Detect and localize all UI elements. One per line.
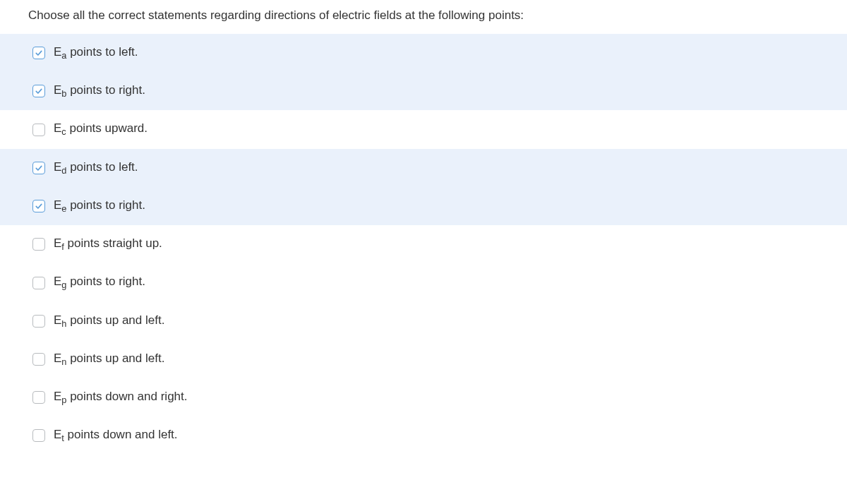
option-label: En points up and left. [54, 350, 164, 368]
option-rest: points down and right. [66, 390, 187, 403]
checkbox[interactable] [32, 162, 45, 174]
option-label: Eb points to right. [54, 82, 145, 100]
option-rest: points up and left. [66, 352, 164, 365]
option-row[interactable]: Ed points to left. [0, 149, 847, 187]
check-icon [35, 49, 43, 57]
option-row[interactable]: Ep points down and right. [0, 378, 847, 416]
option-rest: points to right. [66, 198, 145, 212]
checkbox[interactable] [32, 238, 45, 251]
option-row[interactable]: Et points down and left. [0, 416, 847, 455]
option-label: Eh points up and left. [54, 312, 164, 330]
checkbox[interactable] [32, 277, 45, 289]
option-rest: points down and left. [64, 428, 178, 441]
option-row[interactable]: Ea points to left. [0, 34, 847, 72]
option-label: Ea points to left. [54, 44, 138, 62]
checkbox[interactable] [32, 200, 45, 212]
checkbox[interactable] [32, 391, 45, 404]
checkbox[interactable] [32, 353, 45, 366]
option-label: Ed points to left. [54, 159, 138, 177]
option-rest: points to right. [66, 83, 145, 97]
option-label: Ec points upward. [54, 120, 148, 138]
option-row[interactable]: Eh points up and left. [0, 302, 847, 340]
option-rest: points upward. [66, 121, 148, 135]
option-label: Ee points to right. [54, 197, 145, 215]
checkbox[interactable] [32, 124, 45, 136]
checkbox[interactable] [32, 85, 45, 97]
option-label: Ef points straight up. [54, 235, 162, 253]
checkbox[interactable] [32, 315, 45, 328]
variable: E [54, 428, 61, 441]
option-row[interactable]: Ef points straight up. [0, 225, 847, 263]
option-rest: points to right. [66, 275, 145, 288]
check-icon [35, 202, 43, 210]
variable: E [54, 390, 61, 403]
variable: E [54, 83, 61, 97]
variable: E [54, 352, 61, 365]
variable: E [54, 236, 61, 250]
option-row[interactable]: Ec points upward. [0, 110, 847, 148]
question-text: Choose all the correct statements regard… [0, 6, 847, 34]
variable: E [54, 45, 61, 59]
variable: E [54, 313, 61, 327]
option-label: Ep points down and right. [54, 388, 188, 407]
option-row[interactable]: Eg points to right. [0, 263, 847, 301]
variable: E [54, 198, 61, 212]
checkbox[interactable] [32, 47, 45, 59]
option-label: Et points down and left. [54, 426, 178, 445]
option-rest: points straight up. [64, 236, 162, 250]
option-rest: points up and left. [66, 313, 164, 327]
check-icon [35, 87, 43, 95]
option-row[interactable]: Ee points to right. [0, 187, 847, 225]
option-rest: points to left. [66, 160, 138, 174]
checkbox[interactable] [32, 429, 45, 442]
option-label: Eg points to right. [54, 273, 145, 292]
option-row[interactable]: En points up and left. [0, 340, 847, 378]
variable: E [54, 121, 61, 135]
options-list: Ea points to left.Eb points to right.Ec … [0, 34, 847, 455]
option-rest: points to left. [66, 45, 138, 59]
variable: E [54, 160, 61, 174]
option-row[interactable]: Eb points to right. [0, 72, 847, 110]
check-icon [35, 164, 43, 172]
variable: E [54, 275, 61, 288]
